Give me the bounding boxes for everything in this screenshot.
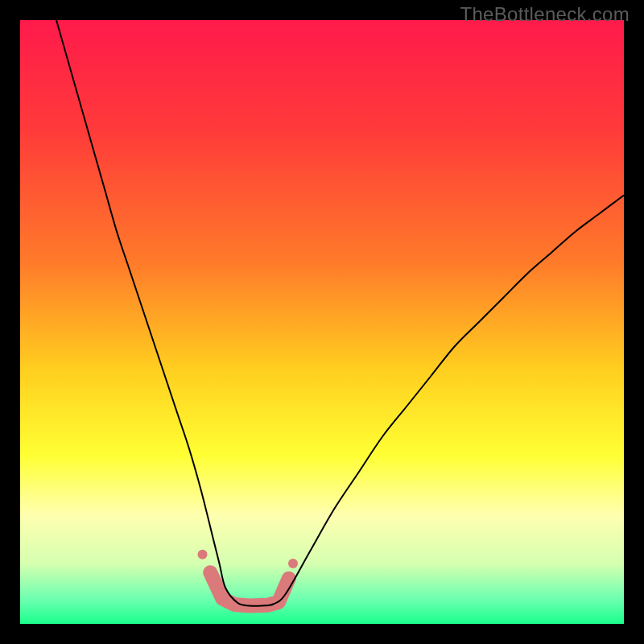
gradient-background xyxy=(20,20,624,624)
chart-svg xyxy=(20,20,624,624)
marker-dot-1 xyxy=(288,559,298,568)
chart-frame: TheBottleneck.com xyxy=(0,0,644,644)
watermark-text: TheBottleneck.com xyxy=(460,3,630,26)
plot-area xyxy=(20,20,624,624)
marker-dot-0 xyxy=(198,550,208,559)
